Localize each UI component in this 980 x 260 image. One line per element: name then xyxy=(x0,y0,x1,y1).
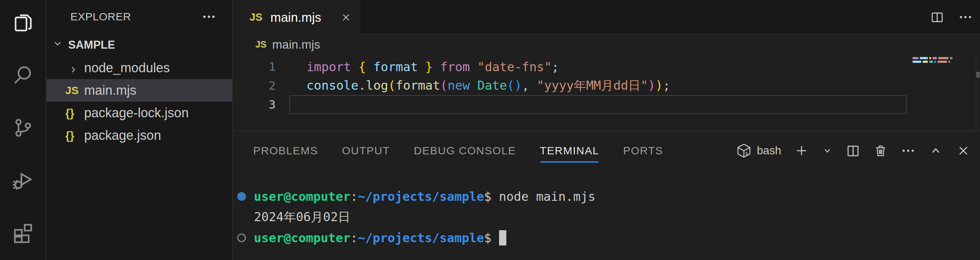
split-terminal-icon[interactable] xyxy=(846,144,860,158)
code-line-2[interactable]: 2console.log(format(new Date(), "yyyy年MM… xyxy=(233,76,980,95)
json-file-icon: {} xyxy=(65,106,74,120)
panel-tab-problems[interactable]: PROBLEMS xyxy=(253,131,318,170)
line-number: 2 xyxy=(233,79,276,93)
line-content: console.log(format(new Date(), "yyyy年MM月… xyxy=(276,77,670,94)
panel-header: PROBLEMSOUTPUTDEBUG CONSOLETERMINALPORTS… xyxy=(233,131,980,170)
overview-ruler xyxy=(976,54,980,131)
panel-tabs: PROBLEMSOUTPUTDEBUG CONSOLETERMINALPORTS xyxy=(253,131,663,170)
activity-item-explorer[interactable] xyxy=(0,0,46,50)
section-label: SAMPLE xyxy=(68,38,115,51)
activity-bar xyxy=(0,0,46,260)
editor-tab-bar: JS main.mjs xyxy=(233,0,980,35)
bottom-panel: PROBLEMSOUTPUTDEBUG CONSOLETERMINALPORTS… xyxy=(233,131,980,260)
activity-item-search[interactable] xyxy=(0,50,46,102)
current-line-highlight xyxy=(290,95,907,114)
terminal-line-1: user@computer:~/projects/sample$ node ma… xyxy=(233,186,980,207)
editor-region: JS main.mjs JS main.mjs xyxy=(233,0,980,131)
scrollbar-thumb[interactable] xyxy=(976,72,980,78)
split-editor-icon[interactable] xyxy=(930,10,945,24)
kill-terminal-icon[interactable] xyxy=(873,144,888,158)
extensions-icon xyxy=(11,222,35,246)
search-icon xyxy=(11,64,35,88)
terminal-line-3: user@computer:~/projects/sample$ xyxy=(233,227,980,248)
breadcrumb-file: main.mjs xyxy=(272,38,320,51)
maximize-panel-icon[interactable] xyxy=(929,144,943,158)
shell-label: bash xyxy=(757,144,781,157)
code-line-1[interactable]: 1import { format } from "date-fns"; xyxy=(233,57,980,76)
panel-more-actions-icon[interactable] xyxy=(901,144,915,158)
activity-item-source-control[interactable] xyxy=(0,102,46,155)
breadcrumb[interactable]: JS main.mjs xyxy=(233,35,980,54)
file-item-package-lock.json[interactable]: {}package-lock.json xyxy=(46,102,232,124)
launch-profile-chevron-icon[interactable] xyxy=(822,145,833,156)
tab-label: main.mjs xyxy=(270,10,321,25)
source-control-icon xyxy=(11,116,35,141)
minimap-line xyxy=(910,57,974,59)
new-terminal-icon[interactable] xyxy=(794,144,809,158)
close-panel-icon[interactable] xyxy=(956,144,970,158)
panel-tab-ports[interactable]: PORTS xyxy=(623,131,663,170)
files-icon xyxy=(11,11,35,35)
editor-and-panel: JS main.mjs JS main.mjs xyxy=(233,0,980,260)
panel-tab-debug-console[interactable]: DEBUG CONSOLE xyxy=(414,131,516,170)
explorer-sidebar: EXPLORER SAMPLE node_modulesJSmain.mjs{}… xyxy=(46,0,233,260)
bash-icon: $ xyxy=(736,143,752,159)
explorer-more-actions-icon[interactable] xyxy=(202,10,216,24)
js-file-icon: JS xyxy=(255,39,267,50)
terminal-line-2: 2024年06月02日 xyxy=(233,207,980,227)
chevron-down-icon xyxy=(52,38,63,52)
command-success-decoration[interactable] xyxy=(237,192,246,201)
minimap[interactable] xyxy=(910,57,974,64)
file-label: package.json xyxy=(84,128,161,143)
terminal-cursor xyxy=(499,230,506,246)
terminal-toolbar: $ bash xyxy=(736,143,970,159)
folder-section-sample[interactable]: SAMPLE xyxy=(46,33,232,57)
terminal-output[interactable]: user@computer:~/projects/sample$ node ma… xyxy=(233,170,980,260)
file-item-package.json[interactable]: {}package.json xyxy=(46,124,232,147)
file-label: package-lock.json xyxy=(84,105,189,121)
file-label: main.mjs xyxy=(84,83,136,98)
json-file-icon: {} xyxy=(65,129,74,142)
sidebar-header: EXPLORER xyxy=(46,0,232,33)
js-file-icon: JS xyxy=(65,84,79,97)
line-number: 1 xyxy=(233,60,276,74)
minimap-line xyxy=(910,61,974,63)
activity-item-run-debug[interactable] xyxy=(0,155,46,207)
sidebar-title: EXPLORER xyxy=(70,11,131,23)
svg-text:$: $ xyxy=(745,151,748,156)
code-editor[interactable]: 1import { format } from "date-fns";2cons… xyxy=(233,54,980,131)
activity-item-extensions[interactable] xyxy=(0,207,46,260)
close-tab-icon[interactable] xyxy=(340,12,352,23)
terminal-instance-bash[interactable]: $ bash xyxy=(736,143,781,159)
line-number: 3 xyxy=(233,98,276,112)
editor-actions xyxy=(930,0,980,34)
line-content: import { format } from "date-fns"; xyxy=(276,59,559,74)
chevron-right-icon xyxy=(68,63,78,73)
js-file-icon: JS xyxy=(250,11,262,23)
panel-tab-terminal[interactable]: TERMINAL xyxy=(540,131,599,170)
file-list: node_modulesJSmain.mjs{}package-lock.jso… xyxy=(46,57,232,147)
run-debug-icon xyxy=(11,169,35,193)
vscode-window: EXPLORER SAMPLE node_modulesJSmain.mjs{}… xyxy=(0,0,980,260)
file-item-node_modules[interactable]: node_modules xyxy=(46,57,232,79)
tab-main-mjs[interactable]: JS main.mjs xyxy=(233,0,361,35)
file-item-main.mjs[interactable]: JSmain.mjs xyxy=(46,79,232,102)
command-prompt-decoration[interactable] xyxy=(237,233,246,242)
more-actions-icon[interactable] xyxy=(958,10,973,24)
panel-tab-output[interactable]: OUTPUT xyxy=(342,131,390,170)
file-label: node_modules xyxy=(84,60,170,75)
